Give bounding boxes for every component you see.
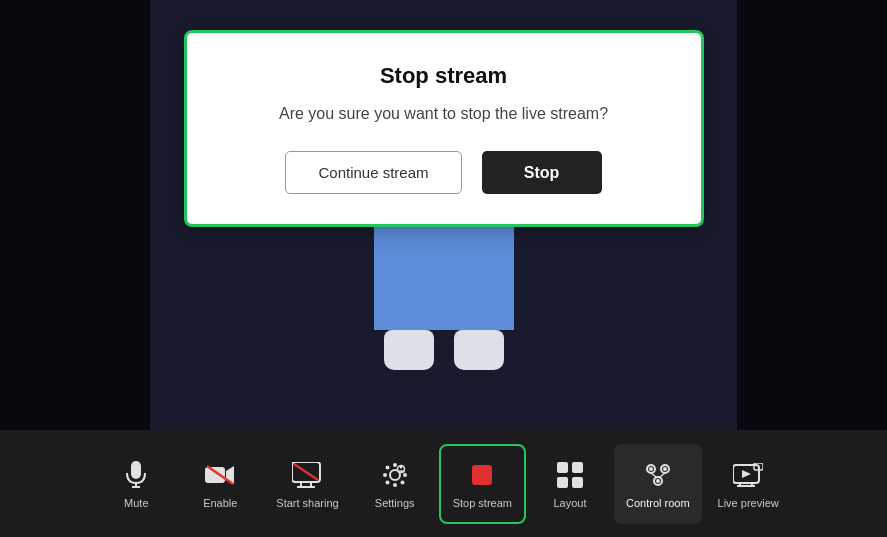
layout-icon — [556, 461, 584, 489]
continue-stream-button[interactable]: Continue stream — [285, 151, 461, 194]
svg-point-15 — [403, 473, 407, 477]
live-preview-icon — [733, 463, 763, 487]
live-preview-icon-area — [731, 458, 765, 492]
stop-stream-dialog: Stop stream Are you sure you want to sto… — [184, 30, 704, 227]
control-room-icon — [643, 461, 673, 489]
start-sharing-icon-area — [290, 458, 324, 492]
svg-rect-23 — [557, 462, 568, 473]
stop-stream-button[interactable]: Stop stream — [439, 444, 526, 524]
stop-button[interactable]: Stop — [482, 151, 602, 194]
layout-label: Layout — [553, 497, 586, 509]
mute-label: Mute — [124, 497, 148, 509]
svg-line-31 — [660, 473, 665, 477]
mic-icon — [125, 461, 147, 489]
enable-icon-area — [203, 458, 237, 492]
svg-line-30 — [651, 473, 656, 477]
settings-icon — [381, 461, 409, 489]
video-area: Stop stream Are you sure you want to sto… — [0, 0, 887, 430]
svg-point-17 — [400, 481, 404, 485]
svg-point-14 — [383, 473, 387, 477]
start-sharing-button[interactable]: Start sharing — [264, 444, 350, 524]
svg-point-16 — [385, 466, 389, 470]
svg-line-10 — [294, 464, 318, 480]
mute-button[interactable]: Mute — [96, 444, 176, 524]
left-overlay — [0, 0, 150, 430]
layout-icon-area — [553, 458, 587, 492]
svg-point-13 — [393, 483, 397, 487]
dialog-overlay: Stop stream Are you sure you want to sto… — [184, 30, 704, 227]
settings-label: Settings — [375, 497, 415, 509]
svg-rect-26 — [572, 477, 583, 488]
right-overlay — [737, 0, 887, 430]
live-preview-label: Live preview — [718, 497, 779, 509]
screen-share-icon — [292, 462, 322, 488]
dialog-message: Are you sure you want to stop the live s… — [227, 105, 661, 123]
svg-rect-25 — [557, 477, 568, 488]
avatar-feet — [334, 330, 554, 370]
svg-rect-0 — [131, 461, 141, 479]
enable-label: Enable — [203, 497, 237, 509]
control-room-button[interactable]: Control room — [614, 444, 702, 524]
svg-point-19 — [385, 481, 389, 485]
dialog-title: Stop stream — [227, 63, 661, 89]
svg-rect-24 — [572, 462, 583, 473]
stop-stream-icon-area — [465, 458, 499, 492]
camera-off-icon — [205, 464, 235, 486]
toolbar: Mute Enable Start sharing — [0, 430, 887, 537]
stop-stream-icon — [467, 460, 497, 490]
enable-button[interactable]: Enable — [180, 444, 260, 524]
svg-rect-22 — [472, 465, 492, 485]
dialog-buttons: Continue stream Stop — [227, 151, 661, 194]
svg-point-34 — [656, 479, 660, 483]
avatar-foot-right — [454, 330, 504, 370]
control-room-label: Control room — [626, 497, 690, 509]
settings-icon-area — [378, 458, 412, 492]
mute-icon-area — [119, 458, 153, 492]
start-sharing-label: Start sharing — [276, 497, 338, 509]
live-preview-button[interactable]: Live preview — [706, 444, 791, 524]
svg-point-21 — [399, 466, 402, 469]
svg-point-12 — [393, 463, 397, 467]
svg-point-32 — [649, 467, 653, 471]
settings-button[interactable]: Settings — [355, 444, 435, 524]
svg-marker-39 — [742, 470, 751, 478]
svg-point-33 — [663, 467, 667, 471]
control-room-icon-area — [641, 458, 675, 492]
stop-stream-label: Stop stream — [453, 497, 512, 509]
layout-button[interactable]: Layout — [530, 444, 610, 524]
avatar-foot-left — [384, 330, 434, 370]
